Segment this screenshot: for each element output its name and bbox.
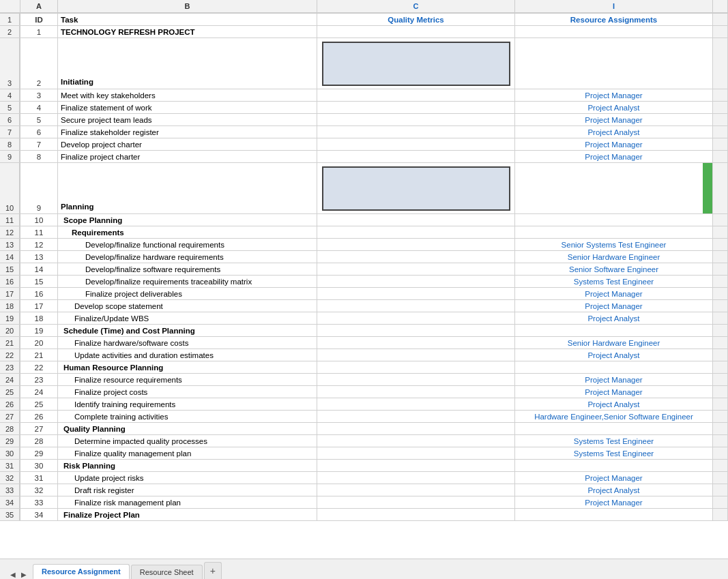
- extra-cell: [713, 496, 728, 508]
- tab-add-button[interactable]: +: [204, 562, 222, 579]
- resource-cell: Project Analyst: [515, 126, 713, 138]
- table-row: 35 34 Finalize Project Plan: [0, 509, 728, 521]
- row-num-cell: 24: [0, 374, 20, 385]
- table-row: 18 17 Develop scope statement Project Ma…: [0, 300, 728, 312]
- col-extra-header: [713, 0, 728, 12]
- spreadsheet: A B C I 1 ID Task Quality Metrics Resour…: [0, 0, 728, 579]
- quality-cell: [317, 312, 515, 324]
- row-num-cell: 22: [0, 349, 20, 361]
- id-cell: 32: [20, 484, 58, 496]
- row-num-cell: 7: [0, 126, 20, 138]
- extra-cell: [713, 114, 728, 125]
- col-c-header: C: [317, 0, 515, 12]
- table-row: 34 33 Finalize risk management plan Proj…: [0, 496, 728, 509]
- task-cell: Requirements: [58, 226, 317, 238]
- extra-cell: [713, 151, 728, 162]
- row-num-cell: 13: [0, 239, 20, 250]
- extra-cell: [713, 214, 728, 226]
- task-cell: Develop/finalize functional requirements: [58, 239, 317, 250]
- task-cell: Identify training requirements: [58, 398, 317, 410]
- extra-cell: [713, 312, 728, 324]
- row-num-cell: 25: [0, 386, 20, 398]
- quality-cell: [317, 38, 515, 89]
- task-cell: Finalize Project Plan: [58, 509, 317, 520]
- id-cell: 20: [20, 337, 58, 348]
- id-cell: 6: [20, 126, 58, 138]
- row-num-cell: 5: [0, 102, 20, 113]
- task-cell: Risk Planning: [58, 460, 317, 471]
- row-num-cell: 32: [0, 472, 20, 484]
- col-i-header: I: [515, 0, 713, 12]
- resource-cell: Senior Hardware Engineer: [515, 337, 713, 348]
- table-row: 25 24 Finalize project costs Project Man…: [0, 386, 728, 398]
- table-row: 11 10 Scope Planning: [0, 214, 728, 226]
- quality-cell: [317, 226, 515, 238]
- task-cell: Complete training activities: [58, 411, 317, 422]
- quality-cell: [317, 138, 515, 150]
- resource-cell: Hardware Engineer,Senior Software Engine…: [515, 411, 713, 422]
- table-row: 8 7 Develop project charter Project Mana…: [0, 138, 728, 151]
- quality-cell: [317, 460, 515, 471]
- resource-cell: Senior Hardware Engineer: [515, 251, 713, 263]
- nav-right-arrow[interactable]: ▶: [19, 569, 29, 579]
- table-row: 16 15 Develop/finalize requirements trac…: [0, 276, 728, 288]
- tab-resource-assignment[interactable]: Resource Assignment: [33, 564, 130, 579]
- nav-left-arrow[interactable]: ◀: [8, 569, 18, 579]
- row-num-cell: 20: [0, 325, 20, 336]
- table-row: 14 13 Develop/finalize hardware requirem…: [0, 251, 728, 263]
- resource-cell: Systems Test Engineer: [515, 435, 713, 447]
- quality-cell: [317, 361, 515, 373]
- id-cell: 9: [20, 163, 58, 213]
- resource-cell: [515, 214, 713, 226]
- task-cell: Draft risk register: [58, 484, 317, 496]
- row-num-cell: 3: [0, 38, 20, 89]
- tab-resource-sheet[interactable]: Resource Sheet: [131, 565, 203, 579]
- extra-cell: [713, 38, 728, 89]
- quality-cell: [317, 423, 515, 434]
- column-headers: A B C I: [0, 0, 728, 14]
- row-num-cell: 11: [0, 214, 20, 226]
- resource-cell: [515, 38, 713, 89]
- id-cell: 22: [20, 361, 58, 373]
- resource-cell: [515, 509, 713, 520]
- extra-cell: [713, 423, 728, 434]
- table-row: 23 22 Human Resource Planning: [0, 361, 728, 374]
- extra-cell: [713, 276, 728, 287]
- table-row: 29 28 Determine impacted quality process…: [0, 435, 728, 447]
- resource-cell: Project Manager: [515, 300, 713, 312]
- extra-cell: [713, 411, 728, 422]
- task-cell: Finalize hardware/software costs: [58, 337, 317, 348]
- table-row: 5 4 Finalize statement of work Project A…: [0, 102, 728, 114]
- extra-cell: [713, 472, 728, 484]
- quality-cell: [317, 126, 515, 138]
- quality-cell: [317, 276, 515, 287]
- resource-cell: Project Manager: [515, 496, 713, 508]
- quality-cell: [317, 374, 515, 385]
- id-cell: 23: [20, 374, 58, 385]
- id-cell: 15: [20, 276, 58, 287]
- extra-cell: [713, 300, 728, 312]
- table-row: 30 29 Finalize quality management plan S…: [0, 447, 728, 460]
- extra-cell: [713, 460, 728, 471]
- task-cell: Meet with key stakeholders: [58, 89, 317, 101]
- quality-cell: [317, 435, 515, 447]
- resource-cell: Project Analyst: [515, 312, 713, 324]
- resource-cell: Project Manager: [515, 89, 713, 101]
- id-cell: 2: [20, 38, 58, 89]
- resource-cell: Project Manager: [515, 288, 713, 299]
- row-num-cell: 29: [0, 435, 20, 447]
- id-cell: 16: [20, 288, 58, 299]
- table-row: 4 3 Meet with key stakeholders Project M…: [0, 89, 728, 102]
- resource-cell: Project Manager: [515, 386, 713, 398]
- table-row: 3 2 Initiating: [0, 38, 728, 89]
- extra-cell: [713, 349, 728, 361]
- row-num-cell: 23: [0, 361, 20, 373]
- quality-cell: [317, 239, 515, 250]
- quality-cell: [317, 447, 515, 459]
- grid-body[interactable]: 1 ID Task Quality Metrics Resource Assig…: [0, 14, 728, 559]
- quality-cell: [317, 300, 515, 312]
- quality-cell: [317, 114, 515, 125]
- resource-cell: Project Manager: [515, 151, 713, 162]
- quality-cell: [317, 496, 515, 508]
- task-cell: Human Resource Planning: [58, 361, 317, 373]
